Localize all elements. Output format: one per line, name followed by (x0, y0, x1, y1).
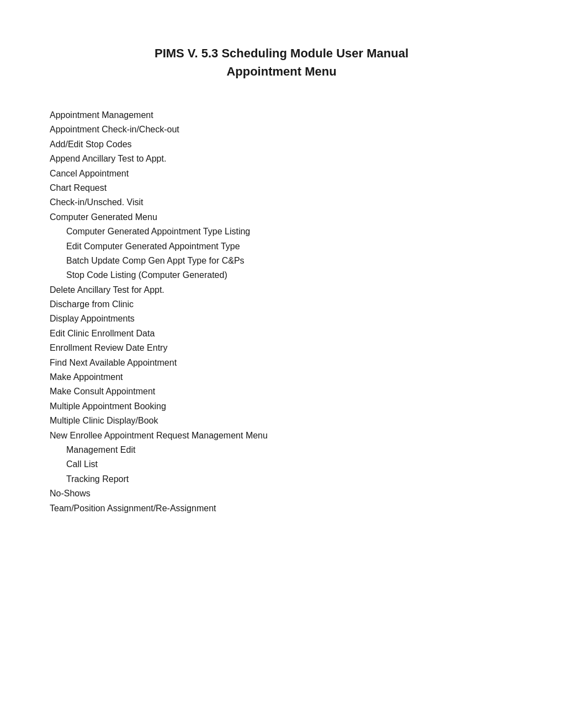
title-line2: Appointment Menu (226, 65, 336, 78)
list-item: Management Edit (50, 443, 513, 457)
list-item: Display Appointments (50, 312, 513, 326)
list-item: Batch Update Comp Gen Appt Type for C&Ps (50, 254, 513, 268)
page: PIMS V. 5.3 Scheduling Module User Manua… (0, 0, 563, 728)
list-item: Discharge from Clinic (50, 297, 513, 312)
title-line1: PIMS V. 5.3 Scheduling Module User Manua… (155, 46, 408, 60)
list-item: Multiple Clinic Display/Book (50, 414, 513, 428)
list-item: Delete Ancillary Test for Appt. (50, 283, 513, 297)
list-item: Chart Request (50, 181, 513, 195)
list-item: Make Appointment (50, 370, 513, 384)
list-item: No-Shows (50, 486, 513, 501)
list-item: Team/Position Assignment/Re-Assignment (50, 501, 513, 516)
list-item: New Enrollee Appointment Request Managem… (50, 429, 513, 443)
list-item: Call List (50, 457, 513, 472)
list-item: Cancel Appointment (50, 167, 513, 181)
list-item: Multiple Appointment Booking (50, 399, 513, 414)
list-item: Find Next Available Appointment (50, 356, 513, 370)
list-item: Make Consult Appointment (50, 384, 513, 399)
list-item: Stop Code Listing (Computer Generated) (50, 268, 513, 282)
list-item: Edit Computer Generated Appointment Type (50, 239, 513, 254)
list-item: Computer Generated Appointment Type List… (50, 224, 513, 239)
list-item: Appointment Check-in/Check-out (50, 122, 513, 137)
menu-list: Appointment ManagementAppointment Check-… (50, 108, 513, 516)
list-item: Computer Generated Menu (50, 210, 513, 224)
list-item: Tracking Report (50, 472, 513, 486)
page-title: PIMS V. 5.3 Scheduling Module User Manua… (50, 44, 513, 81)
list-item: Appointment Management (50, 108, 513, 122)
page-header: PIMS V. 5.3 Scheduling Module User Manua… (50, 44, 513, 81)
list-item: Append Ancillary Test to Appt. (50, 152, 513, 166)
list-item: Check-in/Unsched. Visit (50, 195, 513, 210)
list-item: Enrollment Review Date Entry (50, 341, 513, 355)
list-item: Add/Edit Stop Codes (50, 137, 513, 152)
list-item: Edit Clinic Enrollment Data (50, 326, 513, 341)
